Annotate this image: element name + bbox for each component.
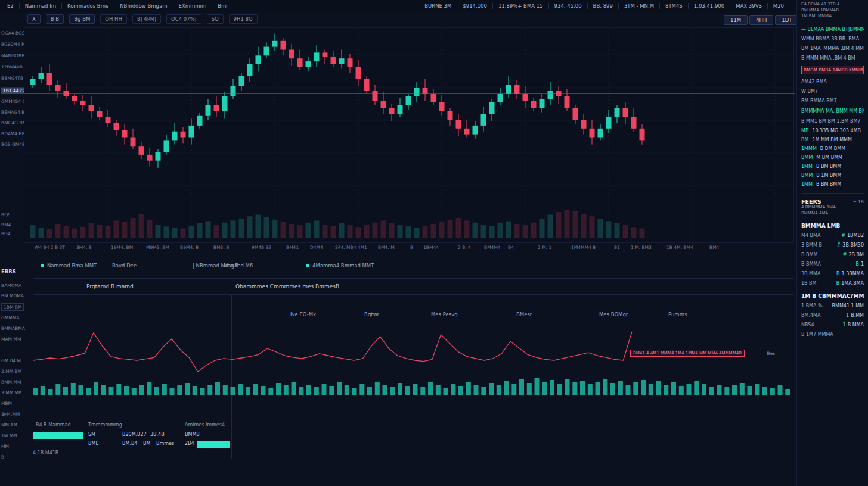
watchlist-values: B1.3BMMA	[835, 271, 864, 276]
timeframe-button[interactable]: 1DT	[775, 15, 798, 25]
ticker-stat[interactable]: BURNE 3M	[424, 3, 457, 9]
ohlc-button[interactable]: B| 4PM|	[132, 14, 161, 24]
indicator-axis-label: MBM	[1, 401, 12, 406]
indicator-axis-label: 3M4.MM	[1, 412, 20, 417]
menu-item[interactable]: Kommados Bme	[61, 3, 114, 9]
depth-value: 10.335 MG 303 4MB	[812, 128, 860, 133]
watchlist-row[interactable]: B BMMAB1	[801, 261, 864, 267]
legend-label: Nammad Bma MMT	[47, 263, 97, 269]
watchlist-values: #2B.BM	[841, 252, 864, 257]
depth-label: MB	[801, 128, 808, 133]
ticker-stat[interactable]: 8TM4S	[659, 3, 688, 9]
watchlist-price: 1BMB2	[847, 233, 864, 238]
tool-button[interactable]: Bg BM	[69, 14, 95, 24]
ticker-stat[interactable]: 934. 45.00	[548, 3, 587, 9]
peers-badge[interactable]: ~ 1B	[852, 199, 864, 204]
watchlist: M4 BMA#1BMB23 BMM B#3B.BM30B BMM#2B.BMB …	[801, 233, 864, 286]
corner-line: 1M BM. MMMA	[801, 14, 864, 18]
indicator-axis-label: MM	[1, 444, 9, 449]
legend-toggle[interactable]: Bavd Dee	[112, 263, 137, 269]
tab-secondary[interactable]: Obammmes Cmmmmes mes BmmesB	[235, 284, 339, 289]
bullet-icon: B	[835, 271, 842, 276]
depth-row: 1MMB BM BMM	[801, 164, 864, 169]
ticker-stat[interactable]: 1.03.41.900	[688, 3, 730, 9]
depth-value: B BM BMM	[816, 164, 841, 169]
depth-label: 1MM	[801, 164, 813, 169]
table-cell: SM	[88, 432, 95, 437]
watchlist-row[interactable]: 3 BMM B#3B.BM30	[801, 242, 864, 248]
legend-toggle[interactable]: 4Mamma4 Bmmad MMT	[306, 263, 374, 269]
price-label: BMG4G BM	[1, 120, 26, 126]
menu-item[interactable]: EXmmmim	[173, 3, 212, 9]
watchlist-price: 1	[861, 261, 864, 267]
time-label: BM4M4	[484, 245, 501, 250]
corner-line: E4 BPMA 41.3TB 4	[801, 2, 864, 7]
ticker-stat[interactable]: $914,100	[457, 3, 492, 9]
stats-lines: AM42 BMAW BM7BM BMMA BM7	[801, 79, 864, 104]
tool-button[interactable]: B B	[46, 14, 64, 24]
depth-value: 1M.MM BM MMM	[812, 137, 852, 142]
price-label: BQ!	[1, 212, 10, 217]
price-label: BBMG4TB	[1, 76, 23, 81]
ohlc-button[interactable]: OH HH	[100, 14, 127, 24]
stat-line: W BM7	[801, 89, 864, 94]
table-header: Amimes Immes4	[185, 422, 225, 428]
info-line: B MMM MMA .BM 4 BM	[801, 55, 864, 61]
indicator-axis-label: GM.04 M	[1, 358, 21, 363]
depth-label: BMM	[801, 155, 813, 160]
ohlc-button[interactable]: 9H1 8Q	[229, 14, 258, 24]
time-axis: W4 B4 2 B 3T3M4. B19M4. BMM9M3. BMB9M4. …	[24, 245, 794, 254]
ticker-stat[interactable]: 11.89%+ BMA 15	[492, 3, 548, 9]
timeframe-button[interactable]: 4HH	[749, 15, 773, 25]
highlight-cell[interactable]	[197, 441, 230, 448]
instrument-info: — BLMAA BMMA BT|BMMMWMM BBMA 3B BB. BMAB…	[801, 27, 864, 61]
depth-value: B BM BMM	[820, 146, 845, 151]
alert-row[interactable]: BMGM BMBA 14MBB KMMM MM	[801, 66, 864, 74]
menu-item[interactable]: Nammad Im	[19, 3, 61, 9]
candlestick-chart[interactable]	[24, 27, 794, 243]
menu-item[interactable]: Bmr	[212, 3, 234, 9]
footer-value: B.MM	[851, 313, 864, 318]
highlight-cell[interactable]	[33, 432, 83, 439]
footer-row: 1.BMA %BMM41 1.MM	[801, 303, 864, 309]
menu-item[interactable]: NBmddbw Bmgam	[114, 3, 172, 9]
indicator-volume-svg[interactable]	[33, 377, 793, 395]
timeframe-button[interactable]: 11M	[724, 15, 748, 25]
column-header: Rgtwr	[364, 311, 379, 317]
time-label: 1BM44	[423, 245, 439, 250]
annotation-box[interactable]: BM41 4 4M1 MMM4 1M4 1MM4 MM MM4 4MMMM4B	[630, 350, 745, 357]
legend-toggle[interactable]: Nammad Bma MMT	[41, 263, 97, 269]
panel-link[interactable]: BMMMMA MA. BMM MM BMMA	[801, 108, 864, 114]
price-axis: OGA4 BGSBG90M4 PBMAMBOBB12BM40BBBMG4TB1B…	[1, 27, 24, 244]
ticker-stat[interactable]: BB. 899	[587, 3, 618, 9]
indicator-axis-label: MM.AM	[1, 422, 17, 428]
watchlist-row[interactable]: 3B.MMAB1.3BMMA	[801, 271, 864, 276]
ohlc-button[interactable]: OC4 07%|	[166, 14, 202, 24]
watchlist-symbol: M4 BMA	[801, 233, 820, 238]
tab-primary[interactable]: Prgtamd B mamd	[86, 284, 134, 289]
ticker-stat[interactable]: 3TM - MN.M	[618, 3, 659, 9]
candlestick-svg[interactable]	[24, 28, 795, 244]
price-label: MAMBOBB	[1, 53, 24, 58]
indicator-axis-label: MAM MM	[1, 337, 21, 342]
peers-subline: BMMMA 4MA	[801, 211, 864, 216]
ohlc-button[interactable]: SQ	[207, 14, 224, 24]
tool-button[interactable]: X	[27, 14, 41, 24]
market-data-panel: E4 BPMA 41.3TB 4BM MMA 1BMMAB1M BM. MMMA…	[796, 0, 868, 486]
price-label: BGS GM4B	[1, 142, 25, 147]
watchlist-price: 3B.BM30	[842, 242, 864, 248]
depth-value: B 1M BMM	[816, 173, 841, 178]
watchlist-row[interactable]: B BMM#2B.BM	[801, 252, 864, 257]
legend-toggle[interactable]: Magaed M6	[224, 263, 253, 269]
bullet-icon: #	[839, 233, 847, 238]
ticker-stat[interactable]: M20	[767, 3, 789, 9]
ticker-stat[interactable]: MAX 39VS	[730, 3, 767, 9]
legend-label: Magaed M6	[224, 263, 253, 269]
watchlist-row[interactable]: 1B BMB1MA.BMA	[801, 281, 864, 286]
top-bar-right: BURNE 3M$914,10011.89%+ BMA 15934. 45.00…	[424, 3, 789, 9]
footer-row: B 1M7 MMMA	[801, 332, 864, 337]
watchlist-row[interactable]: M4 BMA#1BMB2	[801, 233, 864, 238]
price-label: OGA4 BGS	[1, 30, 25, 36]
depth-table: MB10.335 MG 303 4MBBM1M.MM BM MMM1MMMB B…	[801, 128, 864, 187]
menu-item[interactable]: E2	[7, 3, 19, 9]
